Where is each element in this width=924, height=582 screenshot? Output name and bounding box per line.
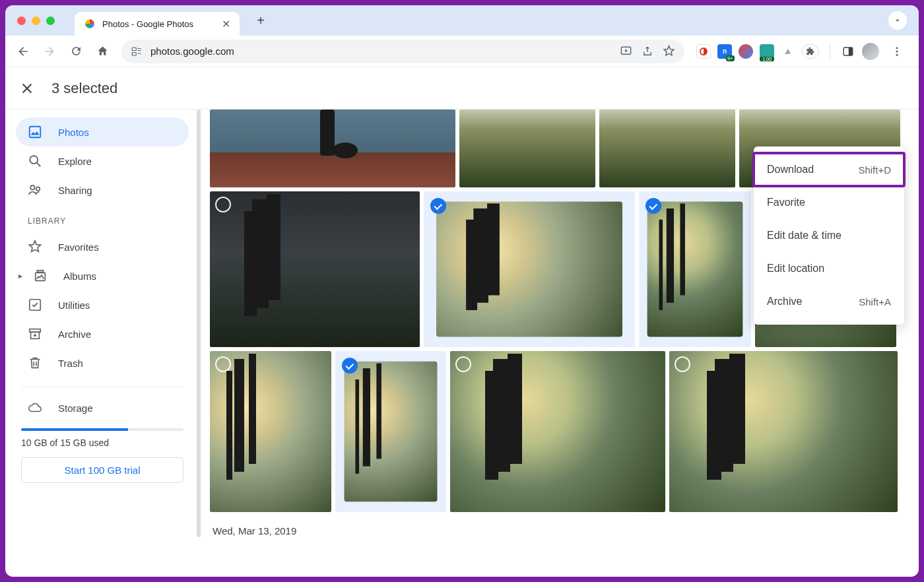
extensions-group: n9+ 1.00 [692, 40, 912, 63]
selection-checkbox[interactable] [675, 356, 690, 372]
extension-icon-3[interactable] [739, 44, 753, 59]
sidebar-item-photos[interactable]: Photos [16, 117, 189, 146]
google-photos-favicon-icon [84, 18, 96, 30]
storage-progress-bar [21, 428, 183, 431]
photo-thumbnail[interactable] [459, 110, 595, 187]
svg-point-9 [896, 47, 898, 49]
sidebar-label: Explore [58, 156, 92, 167]
divider [21, 387, 183, 387]
sidebar-item-utilities[interactable]: Utilities [16, 290, 189, 319]
selection-checkbox[interactable] [215, 356, 231, 372]
window-close-button[interactable] [17, 16, 26, 25]
storage-label: Storage [58, 403, 93, 414]
menu-label: Favorite [767, 197, 805, 209]
start-trial-button[interactable]: Start 100 GB trial [21, 457, 183, 483]
side-panel-icon[interactable] [841, 44, 855, 59]
sidebar-label: Sharing [58, 185, 92, 196]
selection-count-text: 3 selected [51, 80, 117, 97]
bookmark-star-icon[interactable] [663, 45, 675, 57]
photo-thumbnail[interactable] [210, 110, 455, 187]
svg-rect-12 [30, 127, 41, 138]
menu-label: Download [767, 164, 814, 176]
tab-close-icon[interactable]: ✕ [222, 18, 230, 30]
svg-point-10 [896, 50, 898, 52]
extension-icon-2[interactable]: n9+ [717, 44, 732, 59]
svg-rect-1 [132, 52, 136, 55]
extensions-puzzle-icon[interactable] [802, 44, 819, 59]
selection-toolbar: 3 selected [5, 67, 919, 110]
menu-label: Edit location [767, 263, 824, 275]
extension-icon-4[interactable]: 1.00 [760, 44, 774, 59]
album-icon [33, 269, 48, 283]
extension-icon-1[interactable] [696, 44, 711, 59]
svg-point-11 [896, 53, 898, 55]
home-button[interactable] [91, 40, 114, 63]
photo-thumbnail[interactable] [450, 351, 665, 512]
sidebar-item-explore[interactable]: Explore [16, 146, 189, 176]
selection-checkbox-checked[interactable] [645, 198, 661, 214]
sidebar-label: Archive [58, 329, 91, 340]
sidebar-item-storage[interactable]: Storage [16, 397, 189, 419]
selection-checkbox-checked[interactable] [342, 358, 358, 373]
photo-thumbnail[interactable] [599, 110, 735, 187]
menu-shortcut: Shift+A [859, 296, 891, 307]
window-minimize-button[interactable] [32, 16, 40, 25]
address-bar[interactable]: photos.google.com [121, 40, 684, 63]
tab-search-button[interactable] [888, 11, 907, 30]
menu-label: Edit date & time [767, 230, 842, 242]
photo-thumbnail[interactable] [345, 362, 438, 501]
photo-thumbnail[interactable] [210, 191, 420, 347]
expand-caret-icon: ▸ [18, 271, 22, 280]
svg-point-15 [30, 185, 34, 189]
search-icon [28, 154, 42, 168]
nav-back-button[interactable] [12, 40, 34, 63]
reload-button[interactable] [65, 40, 87, 63]
photo-thumbnail[interactable] [210, 351, 331, 512]
sidebar-item-archive[interactable]: Archive [16, 319, 189, 348]
window-maximize-button[interactable] [46, 16, 55, 25]
menu-item-edit-location[interactable]: Edit location [754, 252, 904, 285]
menu-item-edit-date[interactable]: Edit date & time [754, 219, 904, 252]
selection-checkbox-checked[interactable] [430, 198, 446, 214]
photo-thumbnail[interactable] [436, 202, 622, 337]
install-app-icon[interactable] [620, 45, 632, 57]
photo-thumbnail[interactable] [669, 351, 898, 512]
svg-rect-18 [37, 271, 43, 273]
selection-checkbox[interactable] [215, 197, 231, 212]
date-group-label: Wed, Mar 13, 2019 [210, 516, 911, 536]
extension-icon-5[interactable] [781, 44, 795, 59]
sidebar-label: Favorites [58, 242, 99, 253]
trash-icon [28, 356, 42, 370]
nav-forward-button[interactable] [38, 40, 61, 63]
clear-selection-button[interactable] [20, 81, 34, 96]
menu-item-download[interactable]: Download Shift+D [754, 153, 904, 186]
tab-title: Photos - Google Photos [102, 19, 215, 29]
sidebar-item-trash[interactable]: Trash [16, 348, 189, 377]
library-header: LIBRARY [16, 205, 189, 232]
sidebar-label: Albums [63, 271, 96, 282]
profile-avatar[interactable] [862, 43, 879, 60]
share-icon[interactable] [642, 46, 653, 57]
browser-toolbar: photos.google.com n9+ 1.00 [5, 36, 919, 67]
svg-point-13 [30, 156, 38, 164]
sidebar-label: Trash [58, 358, 83, 369]
sidebar-item-favorites[interactable]: Favorites [16, 232, 189, 261]
chrome-menu-icon[interactable] [886, 40, 908, 63]
sidebar-label: Utilities [58, 300, 90, 311]
svg-line-14 [37, 163, 41, 167]
sidebar-item-sharing[interactable]: Sharing [16, 176, 189, 205]
new-tab-button[interactable]: + [251, 11, 270, 30]
menu-item-archive[interactable]: Archive Shift+A [754, 285, 904, 318]
browser-tab[interactable]: Photos - Google Photos ✕ [75, 12, 240, 36]
utilities-icon [28, 298, 42, 312]
photo-thumbnail[interactable] [647, 202, 743, 337]
window-controls [12, 16, 55, 25]
sidebar-label: Photos [58, 127, 89, 138]
site-info-icon[interactable] [131, 46, 143, 57]
selection-checkbox[interactable] [455, 356, 471, 372]
scrollbar[interactable] [195, 110, 201, 577]
menu-item-favorite[interactable]: Favorite [754, 186, 904, 219]
context-menu: Download Shift+D Favorite Edit date & ti… [754, 146, 904, 325]
browser-tab-strip: Photos - Google Photos ✕ + [5, 5, 919, 36]
sidebar-item-albums[interactable]: ▸ Albums [16, 261, 189, 290]
